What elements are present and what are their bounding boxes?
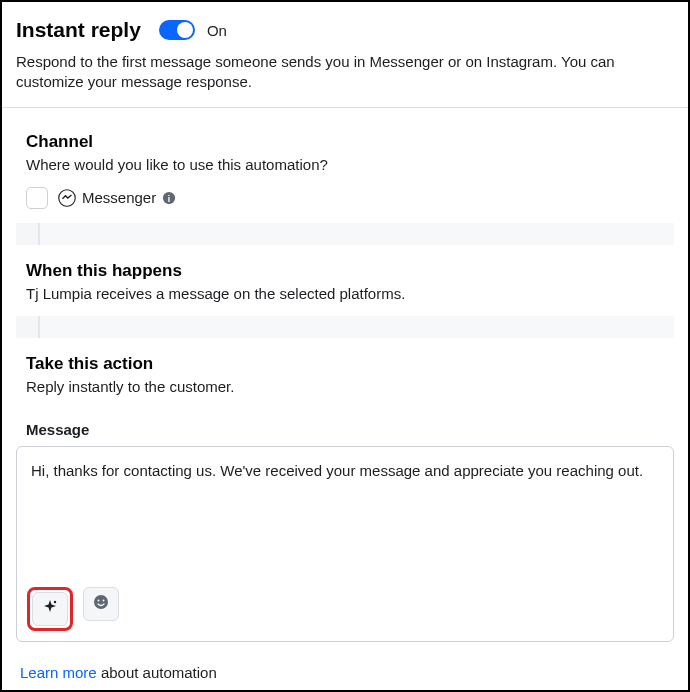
message-label: Message <box>26 421 674 438</box>
platform-label: Messenger <box>82 189 156 206</box>
toggle-wrap: On <box>159 20 227 40</box>
when-subtitle: Tj Lumpia receives a message on the sele… <box>26 285 664 302</box>
footer: Learn more about automation <box>16 642 674 681</box>
connector-1-bg <box>16 223 674 245</box>
channel-subtitle: Where would you like to use this automat… <box>26 156 664 173</box>
svg-point-3 <box>54 600 56 602</box>
action-title: Take this action <box>26 354 664 374</box>
emoji-button[interactable] <box>83 587 119 621</box>
info-icon[interactable]: i <box>162 191 176 205</box>
platform-messenger: Messenger i <box>58 189 176 207</box>
messenger-checkbox[interactable] <box>26 187 48 209</box>
channel-section: Channel Where would you like to use this… <box>16 108 674 223</box>
page-title: Instant reply <box>16 18 141 42</box>
learn-more-link[interactable]: Learn more <box>20 664 97 681</box>
personalize-highlight <box>27 587 73 631</box>
svg-point-6 <box>103 599 105 601</box>
when-title: When this happens <box>26 261 664 281</box>
connector-2-bg <box>16 316 674 338</box>
message-textarea[interactable]: Hi, thanks for contacting us. We've rece… <box>17 447 673 579</box>
footer-rest: about automation <box>97 664 217 681</box>
toggle-knob <box>177 22 193 38</box>
message-box: Hi, thanks for contacting us. We've rece… <box>16 446 674 642</box>
title-row: Instant reply On <box>16 18 674 42</box>
personalize-button[interactable] <box>32 592 68 626</box>
channel-title: Channel <box>26 132 664 152</box>
header-section: Instant reply On Respond to the first me… <box>2 2 688 107</box>
channel-row: Messenger i <box>26 187 664 209</box>
connector-1 <box>38 223 674 245</box>
connector-2 <box>38 316 674 338</box>
svg-text:i: i <box>168 193 170 203</box>
when-section: When this happens Tj Lumpia receives a m… <box>16 245 674 316</box>
editor-toolbar <box>17 579 673 641</box>
sparkle-icon <box>42 599 58 619</box>
svg-point-5 <box>98 599 100 601</box>
action-subtitle: Reply instantly to the customer. <box>26 378 664 395</box>
header-description: Respond to the first message someone sen… <box>16 52 674 93</box>
content-area: Channel Where would you like to use this… <box>2 108 688 681</box>
emoji-icon <box>93 594 109 614</box>
action-section: Take this action Reply instantly to the … <box>16 338 674 401</box>
svg-point-4 <box>94 595 108 609</box>
instant-reply-toggle[interactable] <box>159 20 195 40</box>
toggle-state-label: On <box>207 22 227 39</box>
messenger-icon <box>58 189 76 207</box>
